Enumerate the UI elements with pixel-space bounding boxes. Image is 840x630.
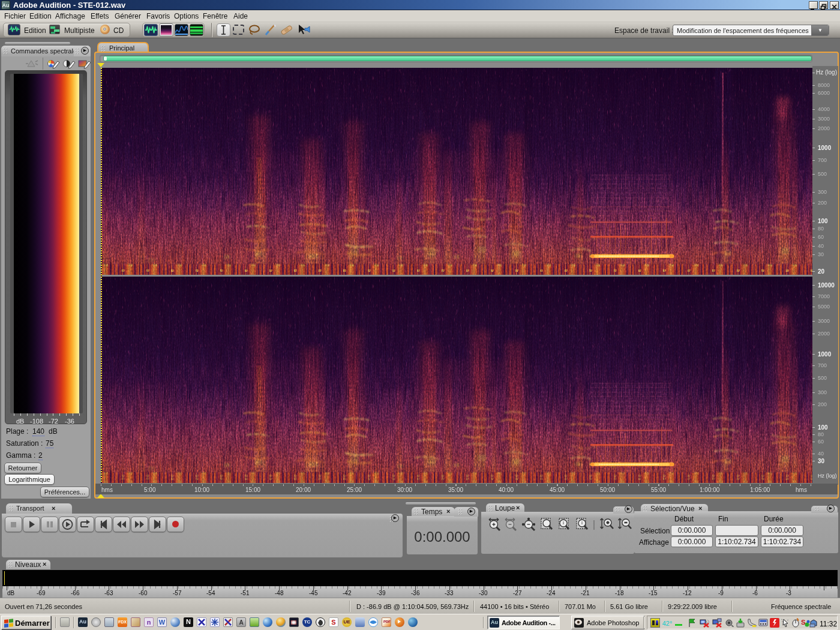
svg-text:S: S (801, 619, 805, 626)
